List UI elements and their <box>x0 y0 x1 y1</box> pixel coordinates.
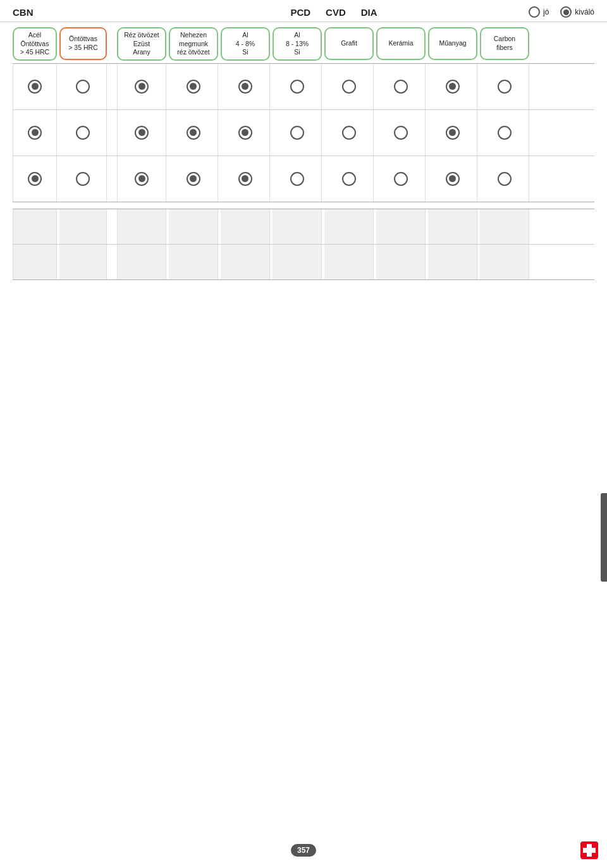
radio-excellent <box>135 126 149 140</box>
radio-good <box>342 80 356 94</box>
radio-excellent <box>187 172 200 186</box>
radio-good <box>76 80 90 94</box>
radio-good <box>342 126 356 140</box>
grid-cell <box>13 64 57 109</box>
radio-good <box>498 80 512 94</box>
grid-cell <box>428 110 477 156</box>
col-header-rez: Réz ötvözet Ezüst Arany <box>117 27 166 61</box>
legend-excellent: kiváló <box>560 6 594 18</box>
radio-excellent <box>28 80 42 94</box>
grid-cell <box>117 110 166 156</box>
grid-cell <box>428 156 477 202</box>
radio-good <box>290 126 304 140</box>
legend: jó kiváló <box>529 6 594 18</box>
cvd-label: CVD <box>326 7 346 18</box>
radio-good <box>76 172 90 186</box>
grid-cell <box>117 64 166 109</box>
radio-excellent <box>187 80 200 94</box>
empty-row <box>13 245 594 280</box>
table-row <box>13 156 594 202</box>
col-header-ontottvas: Öntöttvas > 35 HRC <box>59 27 107 60</box>
grid-cell <box>169 156 218 202</box>
grid-cell <box>169 110 218 156</box>
empty-row <box>13 209 594 245</box>
grid-cell <box>428 64 477 109</box>
grid-cell <box>59 110 107 156</box>
col-header-grafit: Grafit <box>324 27 374 60</box>
radio-excellent <box>28 172 42 186</box>
dia-label: DIA <box>361 7 377 18</box>
grid-cell <box>221 110 270 156</box>
grid-cell <box>376 156 426 202</box>
table-row <box>13 110 594 156</box>
grid-cell <box>273 156 322 202</box>
page-number: 357 <box>291 844 316 857</box>
legend-good-label: jó <box>543 8 549 16</box>
grid-cell <box>480 156 529 202</box>
col-header-muanyag: Műanyag <box>428 27 477 60</box>
top-header: CBN PCD CVD DIA jó kiváló <box>0 0 607 22</box>
grid-cell <box>376 110 426 156</box>
grid-cell <box>221 64 270 109</box>
legend-excellent-label: kiváló <box>575 8 594 16</box>
grid-cell <box>273 64 322 109</box>
data-grid <box>0 63 607 280</box>
radio-excellent <box>238 126 252 140</box>
scrollbar[interactable] <box>601 493 607 582</box>
radio-excellent <box>28 126 42 140</box>
col-header-nehezen: Nehezen megmunk réz ötvözet <box>169 27 218 61</box>
radio-excellent <box>446 80 460 94</box>
left-column-headers: Acél Öntöttvas > 45 HRC Öntöttvas > 35 H… <box>13 27 111 61</box>
grid-cell <box>480 64 529 109</box>
grid-cell <box>324 156 374 202</box>
radio-good <box>498 126 512 140</box>
pcd-label: PCD <box>290 7 310 18</box>
grid-cell <box>480 110 529 156</box>
grid-cell <box>324 64 374 109</box>
radio-good <box>290 80 304 94</box>
col-header-accel: Acél Öntöttvas > 45 HRC <box>13 27 57 61</box>
grid-cell <box>169 64 218 109</box>
radio-good <box>290 172 304 186</box>
pcd-cvd-dia-labels: PCD CVD DIA <box>139 7 529 18</box>
radio-excellent <box>135 172 149 186</box>
grid-cell <box>376 64 426 109</box>
grid-cell <box>324 110 374 156</box>
radio-good <box>394 80 408 94</box>
radio-excellent <box>446 126 460 140</box>
radio-good <box>394 172 408 186</box>
radio-excellent <box>187 126 200 140</box>
radio-good <box>76 126 90 140</box>
cbn-label: CBN <box>13 7 89 18</box>
col-header-keramia: Kerámia <box>376 27 426 60</box>
radio-good <box>394 126 408 140</box>
table-row <box>13 63 594 110</box>
col-header-al4: Al 4 - 8% Si <box>221 27 270 61</box>
col-header-al8: Al 8 - 13% Si <box>273 27 322 61</box>
grid-cell <box>59 64 107 109</box>
radio-good <box>498 172 512 186</box>
right-column-headers: Réz ötvözet Ezüst Arany Nehezen megmunk … <box>117 27 594 61</box>
col-header-carbon: Carbon fibers <box>480 27 529 60</box>
radio-excellent <box>446 172 460 186</box>
legend-excellent-icon <box>560 6 572 18</box>
radio-excellent <box>238 80 252 94</box>
grid-cell <box>13 156 57 202</box>
radio-excellent <box>238 172 252 186</box>
swiss-cross-icon <box>580 841 598 859</box>
empty-rows-section <box>13 209 594 280</box>
grid-cell <box>117 156 166 202</box>
grid-cell <box>13 110 57 156</box>
radio-excellent <box>135 80 149 94</box>
grid-cell <box>273 110 322 156</box>
svg-rect-2 <box>583 848 596 853</box>
legend-good-icon <box>529 6 540 18</box>
legend-good: jó <box>529 6 549 18</box>
grid-cell <box>221 156 270 202</box>
grid-cell <box>59 156 107 202</box>
column-headers-row: Acél Öntöttvas > 45 HRC Öntöttvas > 35 H… <box>0 22 607 61</box>
radio-good <box>342 172 356 186</box>
